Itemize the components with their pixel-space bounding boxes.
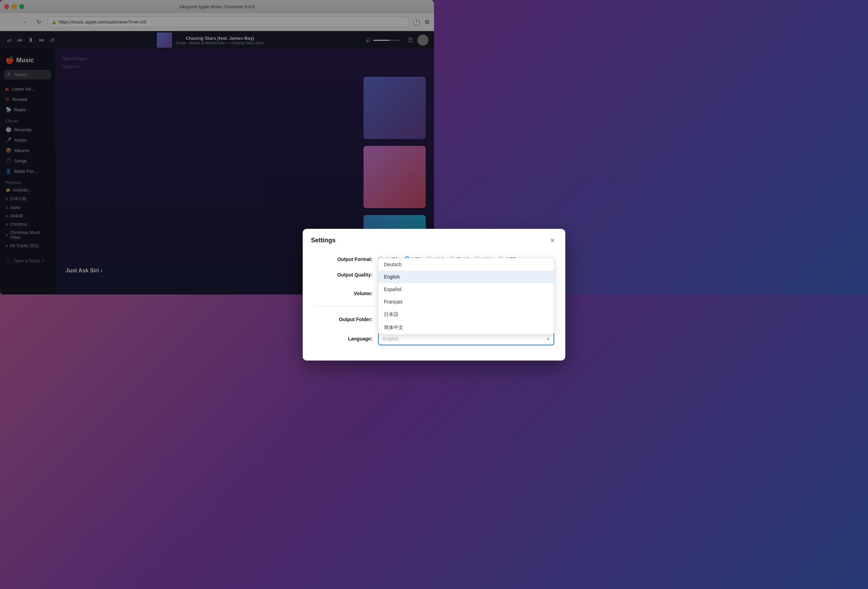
settings-modal: Settings ✕ Output Format: AUTO xyxy=(303,229,434,295)
browser-window: Ukeysoft Apple Music Converter 8.6.6 ← →… xyxy=(0,0,434,294)
modal-header: Settings ✕ xyxy=(303,229,434,251)
output-format-label: Output Format: xyxy=(314,256,372,262)
modal-body: Output Format: AUTO MP3 xyxy=(303,251,434,295)
lang-option-english[interactable]: English xyxy=(378,271,434,283)
lang-option-deutsch[interactable]: Deutsch xyxy=(378,258,434,271)
lang-option-espanol[interactable]: Español xyxy=(378,283,434,295)
modal-title: Settings xyxy=(311,237,335,244)
volume-label: Volume: xyxy=(314,291,372,295)
output-quality-label: Output Quality: xyxy=(314,272,372,278)
language-dropdown-menu: Deutsch English Español Français 日本語 简体中… xyxy=(378,258,434,295)
modal-overlay: Settings ✕ Output Format: AUTO xyxy=(0,0,434,294)
